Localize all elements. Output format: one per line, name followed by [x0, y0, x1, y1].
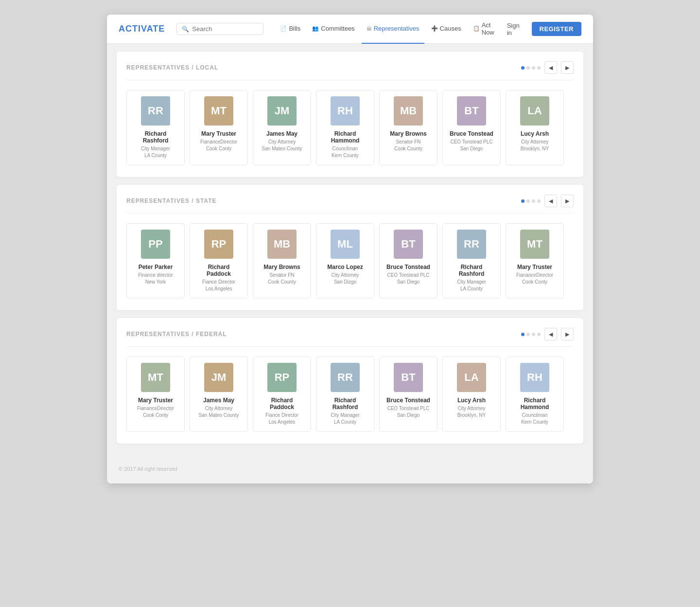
nav-item-representatives[interactable]: 🏛Representatives: [362, 15, 424, 44]
register-button[interactable]: REGISTER: [532, 22, 581, 36]
card-federal-5[interactable]: LALucy ArshCity Attorney Brooklyn, NY: [442, 357, 501, 432]
avatar-initials-state-2: MB: [267, 230, 297, 259]
dot-2: [532, 333, 535, 336]
dot-1: [526, 66, 530, 70]
section-state: REPRESENTATIVES / STATE◀▶PPPeter ParkerF…: [117, 185, 583, 310]
nav-item-causes[interactable]: ➕Causes: [426, 15, 466, 44]
card-state-4[interactable]: BTBruce TonsteadCEO Tonstead PLC San Die…: [379, 223, 438, 299]
search-box[interactable]: 🔍: [176, 23, 263, 35]
card-role-local-1: FiananceDirector Cook Conty: [200, 139, 237, 152]
card-role-local-6: City Attorney Brooklyn, NY: [521, 139, 549, 152]
card-federal-3[interactable]: RRRichard RashfordCity Manager LA County: [316, 357, 374, 432]
card-name-federal-4: Bruce Tonstead: [386, 397, 430, 404]
card-federal-6[interactable]: RHRichard HammondCouncilman Kern County: [506, 357, 564, 432]
card-role-local-4: Senator FN Cook County: [394, 139, 422, 152]
card-name-state-0: Peter Parker: [139, 264, 173, 270]
next-arrow-state[interactable]: ▶: [561, 195, 574, 207]
card-role-state-2: Senator FN Cook County: [268, 272, 296, 286]
card-federal-1[interactable]: JMJames MayCity Attorney San Mateo Count…: [190, 357, 248, 432]
card-local-3[interactable]: RHRichard HammondCouncilman Kern County: [316, 90, 374, 165]
avatar-initials-state-6: MT: [520, 230, 549, 259]
card-local-4[interactable]: MBMary BrownsSenator FN Cook County: [379, 90, 438, 165]
card-name-state-3: Marco Lopez: [327, 264, 363, 270]
card-state-1[interactable]: RPRichard PaddockFiance Director Los Ang…: [190, 223, 248, 299]
avatar-federal-1: JM: [204, 363, 233, 392]
next-arrow-federal[interactable]: ▶: [561, 328, 574, 340]
prev-arrow-federal[interactable]: ◀: [544, 328, 557, 340]
card-name-federal-3: Richard Rashford: [321, 397, 369, 411]
section-header-local: REPRESENTATIVES / LOCAL◀▶: [126, 61, 574, 80]
next-arrow-local[interactable]: ▶: [561, 61, 574, 74]
section-header-federal: REPRESENTATIVES / FEDERAL◀▶: [126, 328, 574, 347]
avatar-initials-local-5: BT: [457, 96, 486, 125]
card-role-local-5: CEO Tonstead PLC San Diego: [450, 139, 492, 152]
card-name-local-4: Mary Browns: [390, 130, 426, 137]
main-nav: 📄Bills👥Committees🏛Representatives➕Causes…: [275, 15, 499, 44]
card-role-local-3: Councilman Kern County: [332, 145, 359, 159]
avatar-local-2: JM: [267, 96, 297, 125]
card-role-federal-0: FiananceDirector Cook Conty: [137, 405, 174, 419]
avatar-initials-local-0: RR: [141, 96, 170, 125]
dot-3: [537, 333, 541, 336]
avatar-initials-local-6: LA: [520, 96, 549, 125]
prev-arrow-local[interactable]: ◀: [544, 61, 557, 74]
nav-item-act-now[interactable]: 📋Act Now: [468, 15, 499, 44]
avatar-local-5: BT: [457, 96, 486, 125]
nav-label-1: Committees: [321, 25, 354, 32]
avatar-initials-state-1: RP: [204, 230, 233, 259]
card-local-6[interactable]: LALucy ArshCity Attorney Brooklyn, NY: [506, 90, 564, 165]
avatar-initials-local-4: MB: [394, 96, 423, 125]
nav-icon-3: ➕: [431, 25, 438, 32]
card-federal-2[interactable]: RPRichard PaddockFiance Director Los Ang…: [253, 357, 311, 432]
section-title-federal: REPRESENTATIVES / FEDERAL: [126, 331, 227, 338]
prev-arrow-state[interactable]: ◀: [544, 195, 557, 207]
nav-item-bills[interactable]: 📄Bills: [275, 15, 305, 44]
card-local-1[interactable]: MTMary TrusterFiananceDirector Cook Cont…: [190, 90, 248, 165]
app-window: ACTIVATE 🔍 📄Bills👥Committees🏛Representat…: [107, 15, 593, 483]
dot-1: [526, 333, 530, 336]
nav-item-committees[interactable]: 👥Committees: [307, 15, 359, 44]
card-name-local-2: James May: [266, 130, 298, 137]
card-name-federal-6: Richard Hammond: [511, 397, 559, 411]
card-federal-0[interactable]: MTMary TrusterFiananceDirector Cook Cont…: [126, 357, 185, 432]
card-local-2[interactable]: JMJames MayCity Attorney San Mateo Count…: [253, 90, 311, 165]
search-input[interactable]: [192, 25, 258, 33]
logo: ACTIVATE: [119, 24, 165, 34]
section-header-state: REPRESENTATIVES / STATE◀▶: [126, 195, 574, 214]
card-local-5[interactable]: BTBruce TonsteadCEO Tonstead PLC San Die…: [442, 90, 501, 165]
cards-grid-local: RRRichard RashfordCity Manager LA County…: [126, 90, 574, 165]
avatar-local-3: RH: [331, 96, 360, 125]
card-state-5[interactable]: RRRichard RashfordCity Manager LA County: [442, 223, 501, 299]
avatar-initials-state-0: PP: [141, 230, 170, 259]
card-state-6[interactable]: MTMary TrusterFiananceDirector Cook Cont…: [506, 223, 564, 299]
nav-icon-0: 📄: [280, 25, 287, 32]
card-role-local-0: City Manager LA County: [141, 145, 170, 159]
card-name-local-6: Lucy Arsh: [521, 130, 549, 137]
avatar-initials-federal-4: BT: [394, 363, 423, 392]
card-state-2[interactable]: MBMary BrownsSenator FN Cook County: [253, 223, 311, 299]
card-state-0[interactable]: PPPeter ParkerFinance director New York: [126, 223, 185, 299]
avatar-initials-local-2: JM: [267, 96, 297, 125]
dot-0: [521, 66, 525, 70]
pagination-dots-state: [521, 199, 541, 203]
card-name-federal-2: Richard Paddock: [258, 397, 306, 411]
dot-3: [537, 199, 541, 203]
card-federal-4[interactable]: BTBruce TonsteadCEO Tonstead PLC San Die…: [379, 357, 438, 432]
nav-icon-4: 📋: [473, 25, 480, 32]
avatar-federal-2: RP: [267, 363, 297, 392]
card-name-state-6: Mary Truster: [517, 264, 552, 270]
header: ACTIVATE 🔍 📄Bills👥Committees🏛Representat…: [107, 15, 593, 44]
avatar-state-6: MT: [520, 230, 549, 259]
avatar-local-4: MB: [394, 96, 423, 125]
card-role-federal-2: Fiance Director Los Angeles: [265, 412, 298, 426]
dot-2: [532, 199, 535, 203]
sign-in-link[interactable]: Sign in: [507, 22, 526, 36]
card-name-local-0: Richard Rashford: [132, 130, 179, 144]
section-title-state: REPRESENTATIVES / STATE: [126, 197, 216, 204]
avatar-federal-0: MT: [141, 363, 170, 392]
card-name-federal-0: Mary Truster: [138, 397, 173, 404]
card-name-state-4: Bruce Tonstead: [386, 264, 430, 270]
card-name-local-5: Bruce Tonstead: [450, 130, 493, 137]
card-state-3[interactable]: MLMarco LopezCity Attorney San Dizgo: [316, 223, 374, 299]
card-local-0[interactable]: RRRichard RashfordCity Manager LA County: [126, 90, 185, 165]
